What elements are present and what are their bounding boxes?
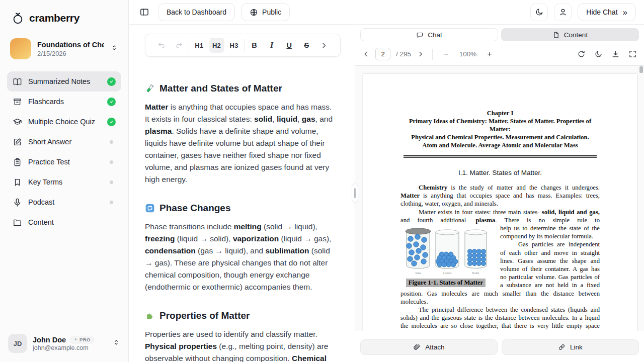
section-paragraph[interactable]: Matter is anything that occupies space a… [145,101,338,186]
course-avatar [10,38,31,59]
document-paragraph: The principal difference between the con… [400,306,600,331]
sidebar-item-label: Content [28,218,116,226]
rotate-refresh-button[interactable] [577,50,586,58]
bold-text-run: melting [234,222,262,231]
podcast-icon [13,198,22,207]
tab-chat[interactable]: Chat [360,28,498,41]
bold-text-run: condensation [145,246,196,255]
sidebar-item-flashcards[interactable]: Flashcards [7,92,121,112]
section-title: Phase Changes [159,203,231,214]
bold-button[interactable]: B [247,38,262,53]
back-to-dashboard-button[interactable]: Back to Dashboard [158,3,235,21]
underline-button[interactable]: U [282,38,297,53]
practice-test-icon [13,157,22,167]
bold-text-run: plasma [145,127,172,135]
theme-toggle-button[interactable] [530,4,548,21]
bold-text-run: gas [302,115,315,123]
chevrons-up-down-icon[interactable] [110,44,118,54]
pdf-theme-button[interactable] [594,50,603,58]
app-root: cramberry Foundations of Che... 2/15/202… [0,0,644,362]
link-icon [558,343,566,351]
section-paragraph[interactable]: Properties are used to identify and clas… [145,328,338,362]
sidebar-item-content[interactable]: Content [7,212,121,232]
section-heading-matter-and-states-of-matter[interactable]: Matter and States of Matter [145,83,338,94]
fullscreen-button[interactable] [628,50,637,58]
sidebar-item-podcast[interactable]: Podcast [7,192,121,212]
section-paragraph[interactable]: Phase transitions include melting (solid… [145,221,338,293]
bold-text-run: vaporization [233,234,279,243]
heading1-button[interactable]: H1 [192,38,207,53]
sidebar-item-practice-test[interactable]: Practice Test [7,152,121,172]
sidebar-item-summarized-notes[interactable]: Summarized Notes [7,71,121,92]
app-title: cramberry [29,12,79,24]
section-title: Matter and States of Matter [159,83,282,94]
link-button[interactable]: Link [502,339,639,355]
sidebar-item-label: Podcast [28,198,104,206]
bold-text-run: solid [254,115,272,123]
sidebar-item-multiple-choice-quiz[interactable]: Multiple Choice Quiz [7,112,121,132]
complete-badge-icon [107,98,116,106]
flashcards-icon [13,97,22,107]
account-button[interactable] [554,4,572,21]
next-page-button[interactable] [417,50,424,58]
scrollbar-thumb[interactable] [639,66,643,73]
chat-content-panel: Chat Content / 295 − 100% + [355,25,644,362]
undo-button[interactable] [154,38,169,53]
zoom-in-button[interactable]: + [484,49,495,60]
figure-caption: Figure 1-1. States of Matter [406,279,486,287]
panel-tabs: Chat Content [355,25,644,45]
text-run: . There is no simple rule to [495,217,600,224]
quiz-icon [13,117,22,127]
text-run: (solid → liquid), [262,222,317,231]
key-terms-icon [13,177,22,187]
bold-text-run: Matter [145,103,169,111]
strikethrough-button[interactable]: S [299,38,314,53]
zoom-level: 100% [457,50,478,58]
sidebar-item-key-terms[interactable]: Key Terms [7,172,121,192]
course-selector[interactable]: Foundations of Che... 2/15/2026 [7,38,121,59]
zoom-out-button[interactable]: − [441,49,452,60]
pdf-viewport[interactable]: Chapter IPrimary Ideas of Chemistry: Mat… [355,65,644,331]
repeat-icon [145,203,155,213]
tab-content[interactable]: Content [501,28,639,41]
chevrons-right-icon: » [623,8,627,17]
text-run: (liquid → solid), [175,234,232,243]
complete-badge-icon [107,118,116,126]
title-rule [404,155,597,158]
sidebar-toggle-button[interactable] [137,5,152,20]
text-run: help us to determine the state of the co… [500,225,600,240]
page-number-input[interactable] [375,48,390,60]
section-heading-phase-changes[interactable]: Phase Changes [145,203,338,214]
user-menu[interactable]: JD John Doe PRO john@example.com [0,326,128,362]
public-button[interactable]: Public [241,3,290,21]
chevrons-up-down-icon[interactable] [112,338,120,348]
document-paragraph: Chemistry is the study of matter and the… [400,184,600,208]
hide-chat-button[interactable]: Hide Chat» [578,3,636,21]
italic-button[interactable]: I [264,38,279,53]
attach-button[interactable]: Attach [360,339,498,355]
sidebar: cramberry Foundations of Che... 2/15/202… [0,0,129,362]
sidebar-item-short-answer[interactable]: Short Answer [7,132,121,152]
text-run: Properties are used to identify and clas… [145,330,317,338]
sidebar-item-label: Flashcards [28,98,101,106]
document-body: Chemistry is the study of matter and the… [400,184,600,331]
sparkle-icon [73,337,78,342]
section-heading-properties-of-matter[interactable]: Properties of Matter [145,310,338,321]
heading3-button[interactable]: H3 [226,38,242,53]
text-run: Phase transitions include [145,222,234,231]
panel-resize-handle[interactable] [352,184,358,203]
previous-page-button[interactable] [362,50,370,58]
heading2-button[interactable]: H2 [209,38,224,53]
text-run: (gas → liquid), and [196,246,266,255]
more-tools-button[interactable] [316,38,332,53]
pending-dot-icon [110,201,113,204]
course-name: Foundations of Che... [37,41,104,49]
user-name: John Doe [33,336,66,344]
pending-dot-icon [110,160,113,164]
notes-editor-content[interactable]: Matter and States of MatterMatter is any… [129,57,355,362]
download-button[interactable] [611,50,620,58]
pdf-toolbar: / 295 − 100% + [355,45,644,65]
editor-toolbar: H1 H2 H3 B I U S [145,34,341,57]
redo-button[interactable] [172,38,187,53]
globe-icon [250,8,258,17]
